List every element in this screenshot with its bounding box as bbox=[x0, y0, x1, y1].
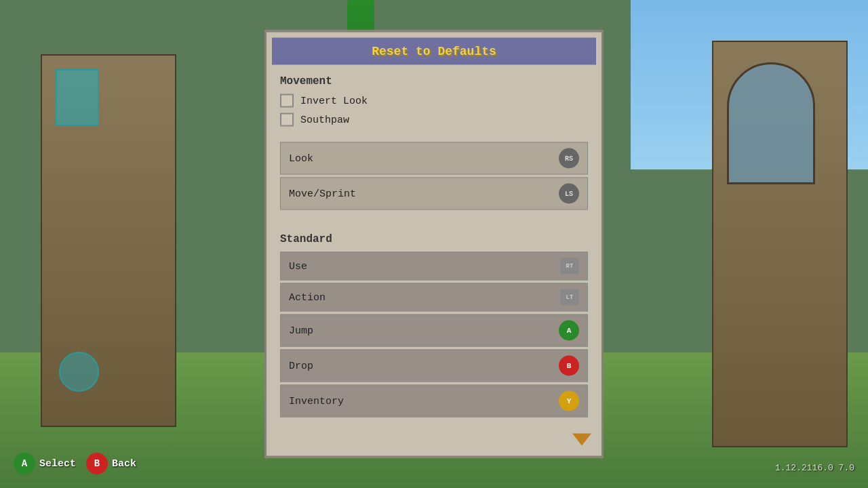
drop-control-row[interactable]: Drop B bbox=[280, 350, 588, 382]
left-tower bbox=[41, 54, 176, 427]
move-sprint-control-row[interactable]: Move/Sprint LS bbox=[280, 178, 588, 210]
scroll-down-icon[interactable] bbox=[572, 434, 591, 446]
invert-look-checkbox[interactable] bbox=[280, 94, 294, 108]
jump-label: Jump bbox=[289, 325, 313, 336]
jump-badge: A bbox=[559, 321, 579, 341]
version-text: 1.12.2116.0 7.0 bbox=[775, 463, 854, 473]
invert-look-row[interactable]: Invert Look bbox=[280, 94, 588, 108]
inventory-badge: Y bbox=[559, 391, 579, 411]
move-sprint-label: Move/Sprint bbox=[289, 188, 356, 199]
action-badge: LT bbox=[560, 289, 579, 306]
southpaw-row[interactable]: Southpaw bbox=[280, 113, 588, 127]
drop-label: Drop bbox=[289, 360, 313, 371]
move-sprint-badge: LS bbox=[559, 184, 579, 204]
reset-to-defaults-button[interactable]: Reset to Defaults bbox=[272, 38, 596, 65]
bottom-hints-bar: A Select B Back bbox=[14, 453, 136, 474]
use-control-row[interactable]: Use RT bbox=[280, 252, 588, 281]
select-hint: A Select bbox=[14, 453, 76, 474]
back-hint: B Back bbox=[86, 453, 136, 474]
select-label: Select bbox=[39, 458, 76, 470]
b-button-icon: B bbox=[86, 453, 108, 474]
movement-section: Movement Invert Look Southpaw Look RS Mo… bbox=[280, 75, 588, 210]
scroll-down-area[interactable] bbox=[267, 430, 601, 449]
drop-badge: B bbox=[559, 356, 579, 376]
movement-section-title: Movement bbox=[280, 75, 588, 87]
reset-button-label: Reset to Defaults bbox=[372, 45, 496, 58]
invert-look-label: Invert Look bbox=[300, 95, 368, 106]
dialog-body: Movement Invert Look Southpaw Look RS Mo… bbox=[267, 65, 601, 430]
action-label: Action bbox=[289, 291, 326, 303]
back-label: Back bbox=[112, 458, 136, 470]
standard-section-title: Standard bbox=[280, 233, 588, 245]
standard-section: Standard Use RT Action LT Jump A bbox=[280, 233, 588, 418]
inventory-label: Inventory bbox=[289, 395, 344, 407]
settings-dialog: Reset to Defaults Movement Invert Look S… bbox=[264, 30, 604, 458]
action-control-row[interactable]: Action LT bbox=[280, 283, 588, 312]
jump-control-row[interactable]: Jump A bbox=[280, 314, 588, 347]
inventory-control-row[interactable]: Inventory Y bbox=[280, 385, 588, 418]
southpaw-label: Southpaw bbox=[300, 114, 349, 125]
look-label: Look bbox=[289, 152, 313, 164]
use-label: Use bbox=[289, 260, 307, 272]
use-badge: RT bbox=[560, 258, 579, 274]
a-button-icon: A bbox=[14, 453, 35, 474]
southpaw-checkbox[interactable] bbox=[280, 113, 294, 127]
arch-decoration bbox=[727, 62, 815, 184]
look-badge: RS bbox=[559, 148, 579, 169]
look-control-row[interactable]: Look RS bbox=[280, 142, 588, 175]
right-tower bbox=[712, 41, 848, 447]
